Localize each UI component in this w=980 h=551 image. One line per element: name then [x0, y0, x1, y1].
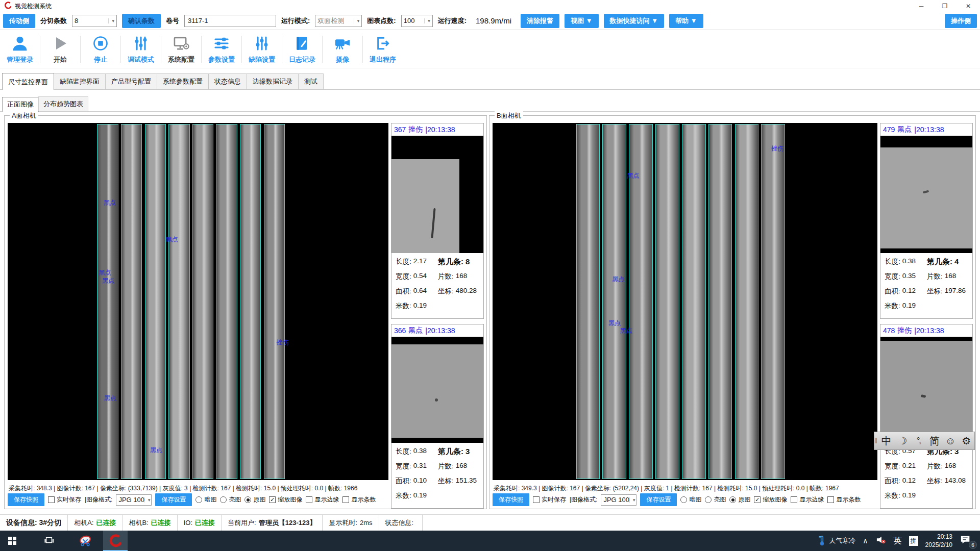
language-indicator[interactable]: 英 [894, 536, 902, 546]
minimize-button[interactable]: ─ [910, 0, 933, 12]
ime-emoji-icon[interactable]: ☺ [942, 436, 958, 446]
tool-button-stop[interactable]: 停止 [82, 32, 119, 67]
tool-label: 调试模式 [128, 55, 154, 64]
windows-logo-icon [8, 537, 16, 545]
radio-亮图[interactable]: 亮图 [705, 495, 726, 504]
tool-button-video-camera[interactable]: 摄像 [324, 32, 361, 67]
main-tab-2[interactable]: 产品型号配置 [105, 73, 157, 89]
image-format-select[interactable]: JPG 100▾ [601, 494, 636, 506]
thermometer-icon [818, 535, 826, 546]
stat-row: 片数:168 [438, 462, 480, 477]
stat-label: 第几条: [438, 447, 463, 457]
camera-status-line: 采集耗时: 349.3 | 图像计数: 167 | 像素坐标: (5202,24… [494, 484, 839, 493]
tool-button-sliders-vertical2[interactable]: 缺陷设置 [243, 32, 281, 67]
chevron-down-icon: ▾ [354, 18, 360, 23]
defect-stats-right: 第几条:8片数:168坐标:480.28 [438, 257, 480, 316]
start-button[interactable] [0, 531, 24, 551]
main-tab-1[interactable]: 缺陷监控界面 [54, 73, 106, 89]
save-settings-button[interactable]: 保存设置 [155, 493, 192, 506]
ime-mode-chinese[interactable]: 中 [878, 436, 894, 446]
defect-header: 479黑点|20:13:38 [880, 123, 972, 136]
roll-number-input[interactable]: 3117-1 [184, 15, 276, 27]
checkbox-显示边缘[interactable]: 显示边缘 [791, 495, 824, 504]
sub-tab-1[interactable]: 分布趋势图表 [38, 96, 88, 111]
ime-punctuation-icon[interactable]: °, [911, 437, 926, 445]
ime-mode-indicator[interactable]: 拼 [909, 536, 918, 546]
confirm-count-button[interactable]: 确认条数 [122, 14, 161, 28]
radio-原图[interactable]: 原图 [244, 495, 265, 504]
notification-center-button[interactable]: 6 [960, 534, 975, 547]
slit-count-select[interactable]: 8▾ [72, 15, 117, 27]
stat-label: 米数: [396, 302, 411, 311]
view-menu-button[interactable]: 视图 ▼ [565, 14, 598, 28]
radio-暗图[interactable]: 暗图 [680, 495, 701, 504]
main-tab-4[interactable]: 状态信息 [208, 73, 247, 89]
tool-button-sliders-vertical[interactable]: 调试模式 [122, 32, 160, 67]
defect-marker: 黑点 [166, 235, 178, 243]
run-speed-value: 198.9m/mi [472, 15, 516, 26]
tool-button-play[interactable]: 开始 [41, 32, 79, 67]
slit-strip [168, 124, 189, 479]
camera-panel-title: B面相机 [495, 111, 523, 120]
checkbox-缩放图像[interactable]: ✓缩放图像 [269, 495, 302, 504]
defect-stats-right: 第几条:4片数:168坐标:197.86 [927, 257, 969, 316]
image-format-select[interactable]: JPG 100▾ [116, 494, 152, 506]
checkbox-label: 实时保存 [57, 495, 81, 504]
save-snapshot-button[interactable]: 保存快照 [8, 493, 44, 506]
ime-fullwidth-icon[interactable]: ☽ [894, 436, 910, 446]
sub-tab-0[interactable]: 正面图像 [2, 97, 39, 112]
maximize-button[interactable]: ❐ [933, 0, 957, 12]
snipping-tool-icon [79, 535, 93, 547]
stat-label: 米数: [396, 491, 411, 500]
volume-muted-button[interactable] [875, 535, 887, 546]
ime-drag-handle[interactable]: ‖ [874, 437, 878, 445]
clear-alarm-button[interactable]: 清除报警 [521, 14, 559, 28]
realtime-save-checkbox[interactable]: 实时保存 [533, 495, 566, 504]
tray-expand-button[interactable]: ∧ [863, 537, 868, 545]
checkbox-icon [48, 496, 55, 503]
realtime-save-checkbox[interactable]: 实时保存 [48, 495, 81, 504]
vision-app-taskbar-button[interactable] [103, 531, 128, 551]
data-quick-access-menu-button[interactable]: 数据快捷访问 ▼ [604, 14, 664, 28]
tool-button-user[interactable]: 管理登录 [1, 32, 39, 67]
radio-亮图[interactable]: 亮图 [220, 495, 241, 504]
clock[interactable]: 20:13 2025/2/10 [925, 533, 952, 549]
run-mode-select[interactable]: 双面检测▾ [315, 15, 362, 27]
tool-button-monitor-gear[interactable]: 系统配置 [162, 32, 200, 67]
help-menu-button[interactable]: 帮助 ▼ [669, 14, 703, 28]
main-tab-3[interactable]: 系统参数配置 [157, 73, 209, 89]
defect-stats-right: 第几条:3片数:168坐标:143.08 [927, 447, 969, 506]
main-tab-5[interactable]: 边缘数据记录 [247, 73, 299, 89]
ime-settings-icon[interactable]: ⚙ [959, 436, 974, 446]
main-tab-6[interactable]: 测试 [298, 73, 324, 89]
thumbnail-defect-mark [922, 190, 929, 194]
snipping-tool-button[interactable] [74, 531, 98, 551]
save-snapshot-button[interactable]: 保存快照 [493, 493, 529, 506]
slit-strip [576, 124, 600, 479]
tool-button-log-book[interactable]: 日志记录 [283, 32, 321, 67]
app-logo-icon [4, 2, 12, 11]
save-settings-button[interactable]: 保存设置 [640, 493, 677, 506]
checkbox-label: 显示条数 [351, 495, 376, 504]
radio-原图[interactable]: 原图 [729, 495, 750, 504]
task-view-button[interactable] [37, 531, 61, 551]
checkbox-显示条数[interactable]: 显示条数 [827, 495, 861, 504]
weather-widget[interactable]: 天气寒冷 [818, 535, 855, 546]
radio-暗图[interactable]: 暗图 [195, 495, 216, 504]
slit-strip [602, 124, 626, 479]
toolbar-divider [362, 36, 363, 63]
chart-points-select[interactable]: 100▾ [401, 15, 433, 27]
checkbox-显示边缘[interactable]: 显示边缘 [306, 495, 339, 504]
drive-side-button[interactable]: 传动侧 [3, 14, 35, 28]
stat-label: 片数: [927, 272, 943, 281]
operate-side-button[interactable]: 操作侧 [945, 14, 977, 28]
checkbox-缩放图像[interactable]: ✓缩放图像 [754, 495, 787, 504]
checkbox-显示条数[interactable]: 显示条数 [342, 495, 376, 504]
thumbnail-defect-mark [431, 208, 435, 238]
close-button[interactable]: ✕ [957, 0, 980, 12]
tool-button-sliders-horizontal[interactable]: 参数设置 [203, 32, 240, 67]
ime-simplified[interactable]: 简 [926, 436, 942, 446]
tool-button-exit[interactable]: 退出程序 [364, 32, 402, 67]
status-segment-0: 相机A:已连接 [68, 515, 122, 531]
main-tab-0[interactable]: 尺寸监控界面 [2, 73, 54, 90]
